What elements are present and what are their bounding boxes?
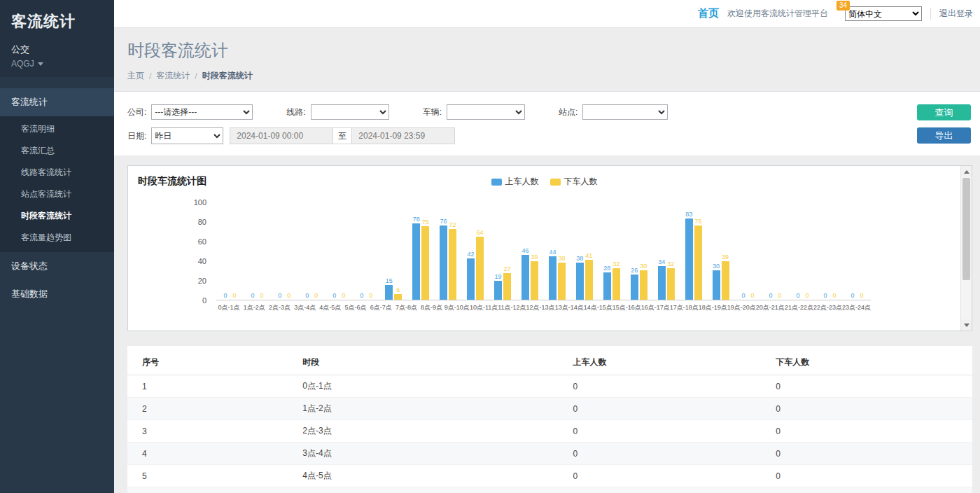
breadcrumb: 主页 / 客流统计 / 时段客流统计 — [127, 70, 965, 91]
bar-value-label: 30 — [640, 263, 647, 270]
sidebar-item[interactable]: 时段客流统计 — [0, 205, 114, 227]
bar-group: 4438 — [543, 202, 570, 300]
legend-item[interactable]: 下车人数 — [550, 176, 598, 188]
export-button[interactable]: 导出 — [917, 127, 971, 144]
vehicle-select[interactable] — [447, 104, 525, 120]
page-head: 时段客流统计 主页 / 客流统计 / 时段客流统计 — [114, 28, 980, 91]
x-axis-label-text: 22点-23点 — [813, 303, 842, 312]
bar — [421, 226, 429, 300]
home-link[interactable]: 首页 — [698, 7, 719, 20]
bar-value-label: 0 — [305, 292, 309, 299]
breadcrumb-home[interactable]: 主页 — [127, 70, 144, 82]
table-row: 65点-6点00 — [127, 487, 972, 493]
bar-value-label: 6 — [396, 286, 400, 293]
bar-value-label: 0 — [278, 292, 281, 299]
scroll-down-button[interactable] — [961, 319, 972, 331]
bar-value-label: 38 — [576, 255, 583, 262]
sidebar-section-header[interactable]: 设备状态 — [0, 252, 114, 280]
breadcrumb-separator: / — [195, 71, 197, 81]
table-cell: 0点-1点 — [288, 375, 558, 398]
page-title: 时段客流统计 — [127, 39, 965, 62]
bar-value-label: 39 — [722, 254, 729, 261]
language-select[interactable]: 简体中文 — [845, 6, 922, 21]
main-area: 首页 欢迎使用客流统计管理平台 34 简体中文 退出登录 时段客流统计 主页 /… — [114, 0, 980, 493]
table-cell: 6 — [127, 487, 288, 493]
x-axis-label-text: 14点-15点 — [584, 303, 612, 312]
breadcrumb-section[interactable]: 客流统计 — [156, 70, 190, 82]
sidebar-item[interactable]: 站点客流统计 — [0, 183, 114, 205]
bar-group: 1927 — [489, 202, 517, 300]
bar-value-label: 0 — [860, 292, 863, 299]
bar-column: 32 — [612, 261, 620, 300]
x-axis-label: 8点-9点 — [419, 303, 444, 312]
date-preset-select[interactable]: 昨日 — [151, 127, 223, 144]
table-header-cell: 序号 — [127, 350, 288, 375]
bar-column: 0 — [221, 292, 229, 300]
bar — [531, 261, 538, 300]
bar-value-label: 76 — [694, 218, 701, 225]
bar-column: 42 — [467, 251, 475, 300]
logout-link[interactable]: 退出登录 — [930, 8, 973, 20]
bar — [449, 229, 456, 300]
bar-column: 0 — [367, 292, 374, 300]
x-axis-label-text: 21点-22点 — [785, 303, 813, 312]
scroll-up-button[interactable] — [961, 166, 972, 177]
bar-column: 0 — [358, 292, 365, 300]
scroll-up-icon — [964, 170, 969, 174]
company-select[interactable]: ---请选择--- — [151, 104, 253, 120]
bar — [558, 263, 566, 300]
bar — [412, 223, 420, 300]
x-axis-label: 21点-22点 — [785, 303, 813, 312]
x-axis-label-text: 1点-2点 — [244, 303, 265, 312]
legend-item[interactable]: 上车人数 — [491, 176, 539, 188]
table-header-row: 序号时段上车人数下车人数 — [127, 350, 972, 375]
x-axis-label: 22点-23点 — [813, 303, 842, 312]
bar-value-label: 0 — [342, 292, 345, 299]
chart-title: 时段车流统计图 — [138, 175, 206, 186]
table-cell: 0 — [761, 420, 972, 443]
bar-column: 39 — [722, 254, 729, 300]
bar-column: 46 — [522, 247, 529, 300]
query-button[interactable]: 查询 — [917, 104, 971, 120]
x-axis-label-text: 6点-7点 — [370, 303, 392, 312]
sidebar-item[interactable]: 客流量趋势图 — [0, 227, 114, 249]
app-root: 客流统计 公交 AQGJ 客流统计客流明细客流汇总线路客流统计站点客流统计时段客… — [0, 0, 980, 493]
sidebar-section-header[interactable]: 基础数据 — [0, 280, 114, 308]
chart-plot: 0000000000001567875767242641927463944383… — [216, 202, 871, 300]
bar-group: 3841 — [570, 202, 598, 300]
filter-row-2: 日期: 昨日 至 — [127, 127, 903, 144]
line-select[interactable] — [311, 104, 389, 120]
bar-value-label: 0 — [360, 292, 363, 299]
chart-legend: 上车人数下车人数 — [491, 176, 598, 188]
bar-value-label: 0 — [287, 292, 290, 299]
scrollbar-thumb[interactable] — [962, 178, 970, 280]
table-header-cell: 下车人数 — [761, 350, 972, 375]
bar-value-label: 0 — [832, 292, 836, 299]
chart-body: 020406080100 000000000000156787576724264… — [138, 202, 951, 320]
sidebar-item[interactable]: 线路客流统计 — [0, 162, 114, 183]
bar-value-label: 39 — [531, 254, 538, 261]
bar — [658, 266, 666, 300]
bar-column: 0 — [312, 292, 320, 300]
sidebar-item[interactable]: 客流明细 — [0, 118, 114, 140]
station-select[interactable] — [582, 104, 668, 120]
bar-value-label: 0 — [369, 292, 372, 299]
scrollbar-track[interactable] — [961, 177, 972, 319]
x-axis-label-text: 12点-13点 — [526, 303, 555, 312]
x-axis-label: 7点-8点 — [393, 303, 419, 312]
chart-scrollbar[interactable] — [960, 166, 972, 331]
date-start-input[interactable] — [230, 127, 333, 144]
bar-group: 00 — [762, 202, 789, 300]
x-axis-label: 11点-12点 — [498, 303, 526, 312]
date-end-input[interactable] — [351, 127, 455, 144]
x-axis-label-text: 15点-16点 — [612, 303, 641, 312]
table-row: 21点-2点00 — [127, 398, 972, 420]
sidebar-section-header[interactable]: 客流统计 — [0, 88, 114, 116]
table-cell: 0 — [761, 487, 972, 493]
sidebar-item[interactable]: 客流汇总 — [0, 140, 114, 162]
bar-value-label: 26 — [631, 267, 638, 274]
x-axis-label: 13点-14点 — [555, 303, 584, 312]
chart-inner: 时段车流统计图 上车人数下车人数 020406080100 0000000000… — [128, 166, 960, 331]
x-axis-label-text: 18点-19点 — [699, 303, 727, 312]
org-selector[interactable]: AQGJ — [11, 59, 103, 69]
